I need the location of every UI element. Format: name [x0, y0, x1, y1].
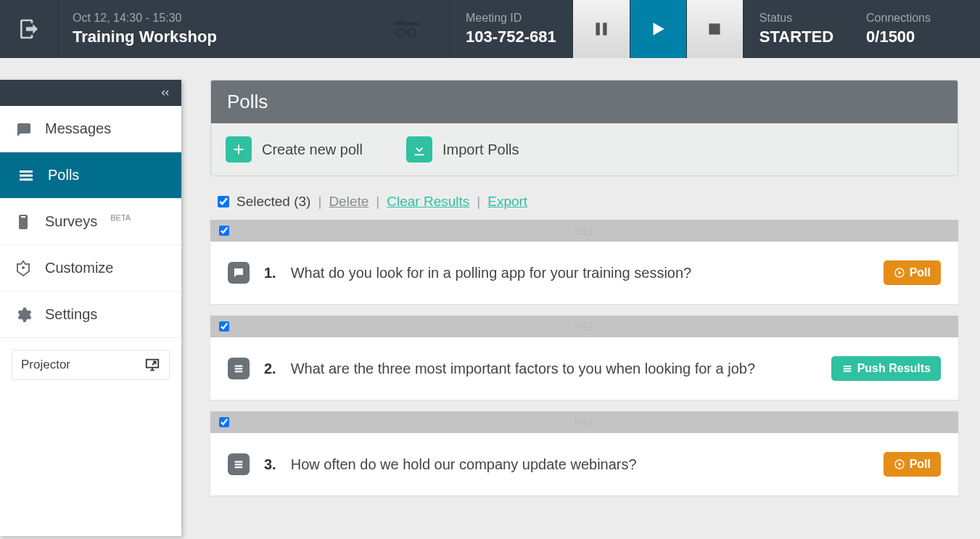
drag-handle-icon: ::::::::::::: [575, 322, 593, 331]
poll-item: :::::::::::: 3. How often do we hold our…: [210, 411, 958, 495]
stop-icon: [705, 20, 724, 38]
sidebar-item-label: Surveys: [45, 213, 97, 230]
messages-icon: [13, 120, 33, 138]
sidebar-item-label: Messages: [45, 120, 111, 137]
selected-count: Selected (3): [236, 194, 310, 210]
sidebar-item-customize[interactable]: Customize: [0, 245, 181, 292]
poll-drag-bar[interactable]: ::::::::::::: [210, 220, 958, 242]
drag-handle-icon: ::::::::::::: [575, 226, 593, 235]
sidebar-item-label: Customize: [45, 260, 113, 276]
poll-type-open-icon: [228, 262, 250, 284]
connections-block: Connections 0/1500: [850, 0, 947, 58]
poll-type-multi-icon: [228, 453, 250, 475]
svg-point-1: [396, 28, 404, 36]
sidebar-item-surveys[interactable]: Surveys BETA: [0, 199, 181, 245]
play-icon: [648, 20, 667, 38]
meeting-title-block: Oct 12, 14:30 - 15:30 Training Workshop: [58, 0, 363, 58]
svg-rect-5: [709, 23, 720, 34]
export-link[interactable]: Export: [487, 194, 527, 210]
sidebar-item-messages[interactable]: Messages: [0, 106, 181, 152]
customize-icon: [13, 260, 33, 277]
sidebar-item-settings[interactable]: Settings: [0, 292, 181, 338]
svg-rect-18: [235, 464, 243, 465]
external-screen-icon: [144, 357, 160, 373]
poll-action-button[interactable]: Poll: [884, 452, 941, 477]
incognito-icon: [392, 19, 421, 39]
selection-toolbar: Selected (3) | Delete | Clear Results | …: [218, 194, 958, 210]
create-poll-label: Create new poll: [262, 141, 363, 158]
poll-type-multi-icon: [228, 358, 250, 379]
logout-icon: [17, 17, 41, 41]
poll-question: How often do we hold our company update …: [291, 456, 869, 473]
poll-drag-bar[interactable]: ::::::::::::: [210, 411, 958, 433]
playback-controls: [573, 0, 744, 58]
svg-rect-7: [20, 174, 33, 176]
surveys-icon: [13, 213, 33, 231]
poll-checkbox[interactable]: [219, 226, 229, 236]
pause-icon: [592, 20, 611, 38]
topbar: Oct 12, 14:30 - 15:30 Training Workshop …: [0, 0, 980, 58]
svg-rect-4: [603, 22, 606, 35]
poll-checkbox[interactable]: [219, 321, 229, 332]
poll-action-button[interactable]: Poll: [884, 260, 941, 285]
connections-label: Connections: [866, 12, 931, 25]
create-poll-button[interactable]: Create new poll: [226, 136, 363, 162]
play-circle-icon: [894, 458, 905, 470]
sidebar-item-label: Polls: [48, 167, 79, 184]
sidebar: Messages Polls Surveys BETA Customize Se…: [0, 80, 181, 536]
logout-button[interactable]: [0, 0, 58, 58]
svg-rect-6: [20, 170, 33, 173]
svg-rect-12: [235, 368, 243, 369]
plus-icon: [226, 136, 252, 162]
svg-point-9: [22, 266, 25, 269]
status-block: Status STARTED: [744, 0, 850, 58]
svg-rect-16: [843, 371, 851, 372]
incognito-toggle[interactable]: [363, 0, 450, 58]
meeting-id-block: Meeting ID 103-752-681: [450, 0, 573, 58]
push-results-button[interactable]: Push Results: [831, 356, 941, 381]
poll-item: :::::::::::: 1. What do you look for in …: [210, 220, 958, 304]
meeting-datetime: Oct 12, 14:30 - 15:30: [73, 12, 347, 25]
meeting-title: Training Workshop: [73, 28, 347, 46]
play-button[interactable]: [630, 0, 686, 58]
polls-panel: Polls Create new poll Import Polls: [210, 80, 958, 176]
poll-question: What do you look for in a polling app fo…: [291, 265, 869, 281]
meeting-id-value: 103-752-681: [466, 28, 556, 46]
svg-rect-14: [843, 366, 851, 367]
import-icon: [406, 136, 432, 162]
sidebar-item-polls[interactable]: Polls: [0, 152, 181, 199]
chevron-double-left-icon: [158, 86, 171, 99]
pause-button[interactable]: [573, 0, 630, 58]
poll-number: 1.: [264, 265, 276, 281]
import-polls-button[interactable]: Import Polls: [406, 136, 519, 162]
status-label: Status: [759, 12, 833, 25]
drag-handle-icon: ::::::::::::: [575, 418, 593, 427]
meeting-id-label: Meeting ID: [466, 12, 556, 25]
page-title: Polls: [211, 81, 958, 123]
poll-checkbox[interactable]: [219, 417, 229, 427]
select-all-checkbox[interactable]: [218, 196, 229, 207]
results-icon: [841, 363, 853, 374]
clear-results-link[interactable]: Clear Results: [387, 194, 469, 210]
delete-link[interactable]: Delete: [329, 194, 368, 210]
stop-button[interactable]: [686, 0, 743, 58]
svg-rect-19: [235, 466, 243, 468]
collapse-sidebar-button[interactable]: [0, 80, 181, 106]
poll-drag-bar[interactable]: ::::::::::::: [210, 316, 958, 337]
svg-point-2: [407, 28, 415, 36]
svg-rect-0: [392, 22, 420, 25]
projector-label: Projector: [21, 358, 70, 372]
svg-rect-8: [20, 178, 33, 181]
connections-value: 0/1500: [866, 28, 931, 46]
svg-rect-11: [235, 366, 243, 367]
sidebar-item-label: Settings: [45, 306, 97, 323]
poll-number: 3.: [264, 456, 276, 473]
status-value: STARTED: [759, 28, 833, 46]
beta-badge: BETA: [110, 213, 131, 222]
main-content: Polls Create new poll Import Polls Selec…: [181, 58, 980, 536]
polls-icon: [16, 167, 36, 184]
svg-rect-15: [843, 368, 851, 369]
play-circle-icon: [894, 267, 905, 279]
svg-rect-13: [235, 371, 243, 372]
projector-button[interactable]: Projector: [12, 350, 170, 380]
